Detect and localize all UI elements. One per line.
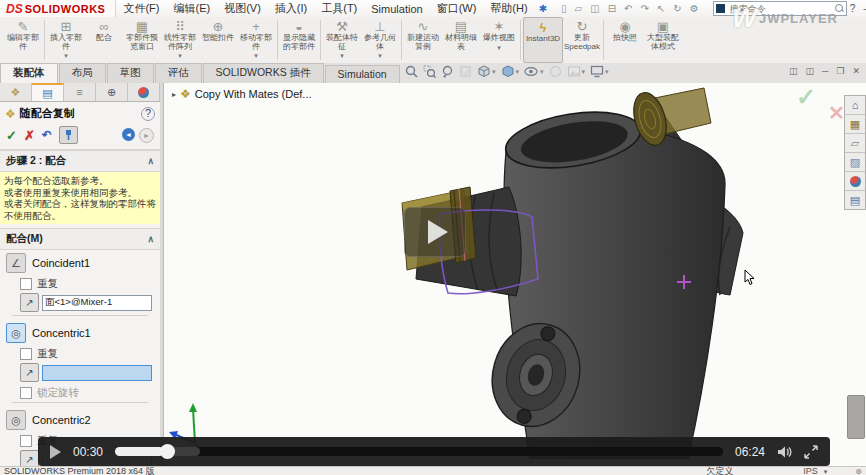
panel-help-icon[interactable]: ? [141, 107, 155, 121]
menu-simulation[interactable]: Simulation [364, 3, 429, 15]
tab-simulation[interactable]: Simulation [325, 65, 400, 83]
zoom-to-area-icon[interactable] [423, 65, 436, 78]
menu-edit[interactable]: 编辑(E) [167, 1, 218, 16]
previous-view-icon[interactable] [441, 65, 454, 78]
back-arrow-button[interactable]: ◄ [122, 128, 135, 141]
move-component-button[interactable]: + 移动零部件 ▾ [237, 17, 275, 63]
checkbox[interactable] [20, 387, 32, 399]
tab-solidworks-addins[interactable]: SOLIDWORKS 插件 [203, 63, 324, 83]
open-icon[interactable]: ▱ [571, 3, 587, 14]
update-speedpak-button[interactable]: ↻ 更新 Speedpak [563, 17, 601, 63]
select-reference-icon[interactable]: ↗ [20, 450, 39, 466]
new-file-icon[interactable]: ▯ [557, 3, 571, 14]
component-preview-window-button[interactable]: ▦ 零部件预览窗口 [123, 17, 161, 63]
menu-view[interactable]: 视图(V) [217, 1, 268, 16]
tab-design-library[interactable]: ▦ [845, 115, 865, 134]
chevron-down-icon[interactable]: ▾ [497, 44, 501, 51]
tab-appearances-scenes[interactable] [845, 172, 865, 191]
chevron-down-icon[interactable]: ▾ [516, 68, 520, 76]
ok-button[interactable]: ✓ [6, 128, 17, 143]
tab-file-explorer[interactable]: ▱ [845, 134, 865, 153]
tab-solidworks-resources[interactable]: ⌂ [845, 96, 865, 115]
edit-component-button[interactable]: ✎ 编辑零部件 [4, 17, 42, 63]
video-play-overlay-button[interactable] [404, 207, 466, 257]
redo-icon[interactable]: ↷ [636, 3, 652, 14]
chevron-down-icon[interactable]: ▾ [492, 68, 496, 76]
status-units[interactable]: IPS [803, 467, 818, 475]
doc-minimize-button[interactable]: ─ [822, 66, 828, 76]
options-gear-icon[interactable]: ⚙ [686, 3, 703, 14]
repeat-checkbox-row[interactable]: 重复 [20, 277, 154, 291]
chevron-down-icon[interactable]: ▾ [605, 68, 609, 76]
chevron-down-icon[interactable]: ▾ [540, 68, 544, 76]
assembly-features-button[interactable]: ⚒ 装配体特征 ▾ [323, 17, 361, 63]
save-icon[interactable]: ◫ [586, 3, 603, 14]
checkbox[interactable] [20, 435, 32, 447]
pane-toggle-right-icon[interactable]: ◫ [805, 66, 814, 76]
menu-help[interactable]: 帮助(H) [483, 1, 534, 16]
tab-dimxpert-manager[interactable]: ⊕ [96, 83, 128, 101]
confirm-ok-icon[interactable]: ✓ [796, 83, 816, 111]
play-button[interactable] [50, 445, 61, 459]
reference-geometry-button[interactable]: ⊥ 参考几何体 ▾ [361, 17, 399, 63]
select-icon[interactable]: ↖ [653, 3, 669, 14]
tab-feature-manager[interactable]: ❖ [0, 83, 32, 101]
rebuild-icon[interactable]: ↻ [669, 3, 685, 14]
mates-section-header[interactable]: 配合(M) ∧ [0, 228, 160, 250]
print-icon[interactable]: ⊟ [604, 3, 620, 14]
undo-icon[interactable]: ↶ [620, 3, 636, 14]
checkbox[interactable] [20, 278, 32, 290]
mate-reference-field-active[interactable] [42, 365, 152, 381]
linear-component-pattern-button[interactable]: ⠿ 线性零部件阵列 ▾ [161, 17, 199, 63]
mate-reference-field[interactable] [42, 295, 152, 311]
checkbox[interactable] [20, 348, 32, 360]
doc-close-button[interactable]: ✕ [852, 66, 860, 76]
minimize-button[interactable]: ─ [858, 4, 866, 14]
chevron-down-icon[interactable]: ▾ [378, 52, 382, 59]
view-settings-icon[interactable]: ▾ [590, 65, 609, 78]
step-section-header[interactable]: 步骤 2 : 配合 ∧ [0, 150, 160, 172]
forward-arrow-button[interactable]: ► [139, 128, 154, 143]
tab-display-manager[interactable] [128, 83, 160, 101]
help-icon[interactable]: ? [847, 3, 859, 14]
viewport-scrollbar-handle[interactable] [847, 395, 865, 439]
mate-button[interactable]: ∞ 配合 [85, 17, 123, 63]
apply-scene-icon[interactable]: ▾ [567, 65, 586, 78]
tab-configuration-manager[interactable]: ≡ [64, 83, 96, 101]
new-motion-study-button[interactable]: ∿ 新建运动算例 [404, 17, 442, 63]
section-view-icon[interactable] [459, 65, 472, 78]
collapse-icon[interactable]: ∧ [147, 234, 154, 244]
menu-tools[interactable]: 工具(T) [314, 1, 364, 16]
show-hidden-components-button[interactable]: ◒ 显示隐藏的零部件 [280, 17, 318, 63]
keep-visible-pin-button[interactable] [59, 126, 78, 144]
status-options-icon[interactable]: ⊛ [855, 467, 862, 475]
chevron-down-icon[interactable]: ▾ [254, 52, 258, 59]
view-orientation-icon[interactable]: ▾ [477, 65, 496, 78]
insert-components-button[interactable]: ⊞ 插入零部件 ▾ [47, 17, 85, 63]
chevron-down-icon[interactable]: ▾ [178, 52, 182, 59]
menu-file[interactable]: 文件(F) [116, 1, 166, 16]
chevron-down-icon[interactable]: ▾ [582, 68, 586, 76]
collapse-icon[interactable]: ∧ [147, 156, 154, 166]
tab-sketch[interactable]: 草图 [107, 63, 154, 83]
take-snapshot-button[interactable]: ◉ 拍快照 [606, 17, 644, 63]
chevron-down-icon[interactable]: ▾ [64, 52, 68, 59]
select-reference-icon[interactable]: ↗ [20, 293, 39, 312]
exploded-view-button[interactable]: ✶ 爆炸视图 ▾ [480, 17, 518, 63]
chevron-down-icon[interactable]: ▾ [340, 52, 344, 59]
tab-view-palette[interactable]: ▨ [845, 153, 865, 172]
seek-handle[interactable] [160, 444, 175, 459]
chevron-down-icon[interactable]: ▾ [824, 467, 828, 475]
menu-window[interactable]: 窗口(W) [430, 1, 484, 16]
tab-evaluate[interactable]: 评估 [155, 63, 202, 83]
cancel-button[interactable]: ✗ [24, 128, 35, 143]
undo-button[interactable]: ↶ [42, 128, 52, 142]
tab-custom-properties[interactable]: ▤ [845, 191, 865, 209]
smart-fasteners-button[interactable]: ⊕ 智能扣件 [199, 17, 237, 63]
seek-bar[interactable] [115, 447, 723, 456]
3d-model[interactable] [164, 83, 866, 459]
bill-of-materials-button[interactable]: ▤ 材料明细表 [442, 17, 480, 63]
large-assembly-mode-button[interactable]: ▣ 大型装配体模式 [644, 17, 682, 63]
doc-restore-button[interactable]: ❐ [836, 66, 844, 76]
edit-appearance-icon[interactable] [549, 65, 562, 78]
